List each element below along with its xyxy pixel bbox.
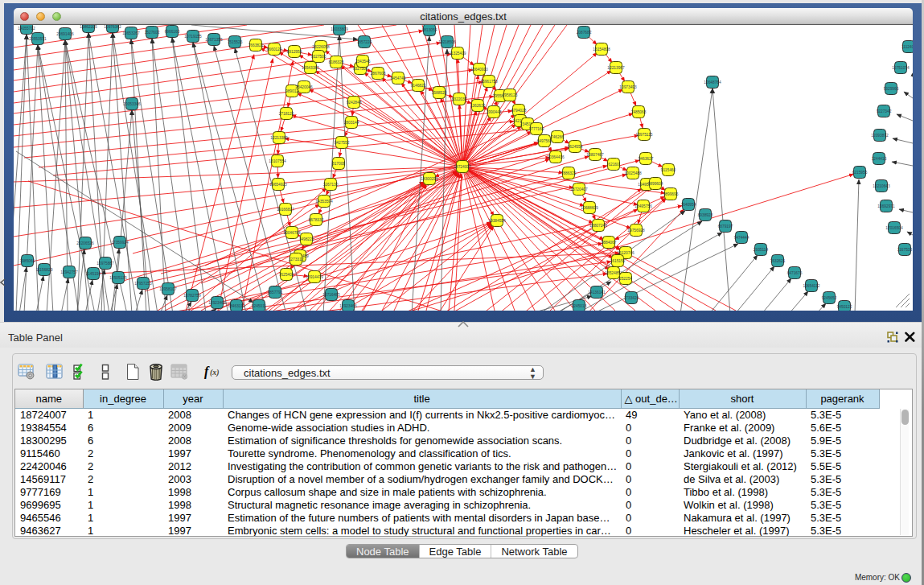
svg-text:9327505: 9327505 [311, 55, 326, 59]
svg-text:10688609: 10688609 [581, 206, 598, 210]
svg-text:12923466: 12923466 [339, 304, 357, 308]
svg-text:7663822: 7663822 [248, 43, 264, 47]
svg-text:252254: 252254 [619, 277, 632, 281]
svg-text:8678332: 8678332 [309, 218, 324, 222]
svg-text:62160: 62160 [608, 163, 619, 167]
svg-text:7632621: 7632621 [770, 259, 786, 263]
svg-text:14055712: 14055712 [18, 27, 35, 31]
svg-text:8938923: 8938923 [698, 213, 713, 217]
svg-text:11325419: 11325419 [450, 51, 466, 56]
svg-text:9899604: 9899604 [648, 182, 663, 186]
svg-text:1273312: 1273312 [289, 257, 304, 262]
svg-text:8454749: 8454749 [391, 76, 406, 80]
svg-text:12923468: 12923468 [208, 301, 226, 305]
svg-text:18807249: 18807249 [589, 224, 607, 228]
svg-text:1640954: 1640954 [681, 203, 696, 207]
svg-text:10958107: 10958107 [159, 287, 177, 291]
svg-text:8912954: 8912954 [287, 50, 302, 54]
svg-text:16120746: 16120746 [617, 251, 634, 255]
svg-text:15692971: 15692971 [877, 204, 895, 208]
svg-text:16671355: 16671355 [205, 38, 223, 42]
svg-text:16640910: 16640910 [470, 68, 488, 72]
svg-text:6794028: 6794028 [511, 109, 527, 113]
svg-text:12213389: 12213389 [270, 136, 288, 140]
svg-text:16782759: 16782759 [183, 294, 201, 298]
svg-text:3624554: 3624554 [568, 145, 583, 149]
svg-text:16543382: 16543382 [302, 66, 319, 70]
svg-text:9146821: 9146821 [411, 84, 426, 88]
svg-text:746266: 746266 [551, 135, 564, 139]
svg-text:16033809: 16033809 [331, 27, 348, 31]
svg-text:15751074: 15751074 [892, 66, 910, 70]
svg-text:16154808: 16154808 [593, 47, 610, 51]
svg-text:12093872: 12093872 [871, 134, 889, 138]
svg-text:16961758: 16961758 [480, 80, 498, 84]
svg-text:6497568: 6497568 [537, 139, 552, 143]
svg-text:1588520: 1588520 [432, 91, 447, 95]
svg-text:7625402: 7625402 [279, 273, 294, 277]
svg-text:1615152: 1615152 [610, 259, 626, 263]
svg-text:1733426: 1733426 [624, 296, 639, 300]
svg-text:9450122: 9450122 [837, 305, 852, 309]
svg-text:8660124: 8660124 [267, 47, 282, 51]
svg-text:18495756: 18495756 [634, 204, 652, 208]
svg-text:7886322: 7886322 [561, 171, 577, 175]
svg-text:7958123: 7958123 [503, 93, 518, 97]
svg-text:10719155: 10719155 [184, 35, 202, 39]
svg-text:f: f [204, 365, 210, 379]
svg-text:9245013: 9245013 [572, 304, 587, 308]
svg-text:17016504: 17016504 [885, 226, 903, 230]
svg-text:10648764: 10648764 [704, 80, 721, 84]
svg-text:11156829: 11156829 [36, 268, 53, 272]
svg-text:3267130: 3267130 [323, 183, 339, 187]
svg-text:12942757: 12942757 [60, 270, 78, 274]
svg-text:10653267: 10653267 [122, 31, 140, 35]
svg-text:989012: 989012 [285, 89, 298, 93]
svg-text:9115460: 9115460 [661, 168, 676, 172]
svg-text:1990443: 1990443 [487, 110, 502, 114]
svg-text:9777169: 9777169 [529, 127, 544, 131]
svg-text:19218506: 19218506 [438, 40, 456, 44]
svg-text:2803144: 2803144 [344, 121, 359, 125]
svg-text:2867608: 2867608 [371, 72, 386, 76]
svg-text:3985061: 3985061 [20, 259, 35, 263]
svg-text:10654112: 10654112 [803, 284, 820, 288]
svg-text:15720407: 15720407 [570, 187, 588, 192]
svg-text:23226058: 23226058 [312, 45, 330, 49]
svg-text:15716485: 15716485 [322, 293, 340, 297]
svg-text:14136141: 14136141 [588, 290, 606, 295]
svg-text:16107554: 16107554 [269, 159, 286, 163]
svg-text:9899695: 9899695 [663, 192, 679, 196]
svg-text:20691406: 20691406 [56, 32, 74, 36]
svg-text:7515526: 7515526 [228, 40, 243, 44]
svg-text:9857791: 9857791 [268, 290, 283, 295]
svg-text:1112405: 1112405 [901, 45, 913, 49]
svg-text:20553571: 20553571 [29, 37, 47, 41]
svg-text:2935114: 2935114 [754, 248, 769, 252]
svg-text:14353594: 14353594 [315, 200, 333, 204]
svg-text:19166827: 19166827 [277, 208, 294, 212]
svg-text:6966160: 6966160 [165, 30, 180, 34]
svg-text:9463627: 9463627 [639, 157, 654, 161]
svg-text:2087682: 2087682 [577, 31, 592, 35]
svg-text:10975887: 10975887 [97, 262, 114, 266]
svg-text:23420046: 23420046 [295, 85, 313, 89]
svg-text:1145194: 1145194 [86, 272, 101, 276]
svg-text:19862205: 19862205 [80, 25, 97, 29]
svg-text:8471676: 8471676 [787, 271, 803, 275]
svg-text:18724007: 18724007 [454, 165, 471, 169]
svg-text:20206526: 20206526 [76, 241, 94, 245]
svg-text:7485063: 7485063 [631, 110, 647, 114]
svg-text:18463112: 18463112 [228, 304, 245, 308]
svg-text:16914479: 16914479 [306, 275, 323, 279]
svg-text:19654923: 19654923 [269, 183, 287, 187]
svg-text:9245011: 9245011 [252, 304, 267, 308]
svg-text:12505135: 12505135 [109, 276, 127, 280]
svg-text:3498222: 3498222 [299, 237, 314, 241]
svg-text:10976342: 10976342 [104, 25, 121, 29]
svg-text:817008: 817008 [332, 162, 345, 166]
svg-text:9884067: 9884067 [602, 241, 617, 245]
svg-text:8215955: 8215955 [852, 171, 868, 175]
svg-text:16210643: 16210643 [873, 184, 890, 188]
svg-text:7857224: 7857224 [357, 40, 372, 44]
